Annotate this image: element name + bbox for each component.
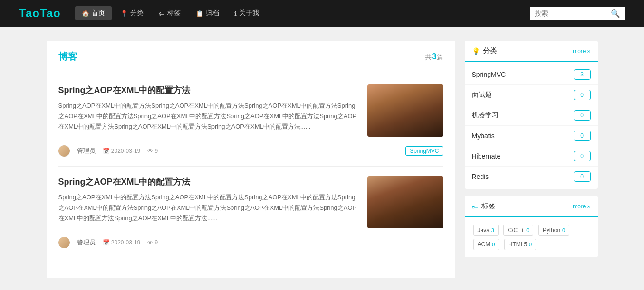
- article-text: Spring之AOP在XML中的配置方法 Spring之AOP在XML中的配置方…: [58, 84, 358, 132]
- home-icon: 🏠: [82, 10, 89, 17]
- article-tag[interactable]: SpringMVC: [405, 146, 443, 156]
- section-title: 博客: [58, 50, 77, 63]
- article-thumbnail[interactable]: [367, 84, 443, 137]
- tag-item[interactable]: Python 0: [538, 225, 569, 236]
- category-header: 💡 分类 more »: [465, 41, 598, 62]
- nav-item-tags[interactable]: 🏷 标签: [152, 6, 187, 20]
- nav-item-home[interactable]: 🏠 首页: [75, 6, 112, 20]
- content-area: 博客 共3篇 Spring之AOP在XML中的配置方法 Spring之AOP在X…: [47, 41, 455, 278]
- tag-name: HTML5: [509, 241, 527, 248]
- article-author: 管理员: [77, 147, 96, 155]
- category-name: 机器学习: [472, 111, 499, 120]
- tag-count: 0: [492, 242, 495, 247]
- tag-card: 🏷 标签 more » Java 3 C/C++ 0 Python 0: [465, 196, 598, 257]
- article-count: 共3篇: [425, 52, 443, 62]
- calendar-icon: 📅: [103, 239, 110, 246]
- archive-icon: 📋: [196, 10, 203, 17]
- tag-name: Java: [478, 227, 490, 234]
- tag-name: ACM: [478, 241, 490, 248]
- eye-icon: 👁: [147, 148, 153, 154]
- tag-title: 🏷 标签: [472, 202, 496, 211]
- category-name: Hibernate: [472, 152, 501, 160]
- article-views: 👁 9: [147, 239, 158, 246]
- tag-count: 3: [491, 227, 494, 233]
- eye-icon: 👁: [147, 239, 153, 246]
- nav-item-about[interactable]: ℹ 关于我: [228, 6, 266, 20]
- nav-label-home: 首页: [92, 9, 105, 18]
- category-item[interactable]: Redis 0: [465, 167, 598, 187]
- category-name: 面试题: [472, 91, 492, 99]
- tag-item[interactable]: C/C++ 0: [503, 225, 533, 236]
- category-badge: 0: [574, 110, 591, 121]
- nav-label-archive: 归档: [206, 9, 219, 18]
- category-name: SpringMVC: [472, 71, 506, 78]
- article-excerpt: Spring之AOP在XML中的配置方法Spring之AOP在XML中的配置方法…: [58, 192, 358, 224]
- article-thumbnail[interactable]: [367, 176, 443, 228]
- category-badge: 0: [574, 171, 591, 182]
- category-name: Mybatis: [472, 132, 495, 140]
- nav-item-archive[interactable]: 📋 归档: [189, 6, 226, 20]
- article-date: 📅 2020-03-19: [103, 148, 141, 154]
- info-icon: ℹ: [234, 10, 237, 17]
- article-title[interactable]: Spring之AOP在XML中的配置方法: [58, 176, 358, 187]
- category-badge: 0: [574, 151, 591, 161]
- article-body: Spring之AOP在XML中的配置方法 Spring之AOP在XML中的配置方…: [58, 176, 443, 228]
- category-item[interactable]: 面试题 0: [465, 85, 598, 105]
- nav-label-about: 关于我: [239, 9, 259, 18]
- category-item[interactable]: Hibernate 0: [465, 146, 598, 167]
- search-input[interactable]: [535, 9, 611, 17]
- category-title: 💡 分类: [472, 47, 497, 56]
- article-text: Spring之AOP在XML中的配置方法 Spring之AOP在XML中的配置方…: [58, 176, 358, 224]
- tag-count: 0: [526, 227, 529, 233]
- category-more[interactable]: more »: [573, 48, 590, 55]
- tag-icon: 🏷: [159, 10, 165, 17]
- category-item[interactable]: 机器学习 0: [465, 105, 598, 126]
- calendar-icon: 📅: [103, 148, 110, 154]
- tag-section-icon: 🏷: [472, 203, 479, 210]
- category-icon: 📍: [120, 10, 128, 17]
- category-name: Redis: [472, 173, 489, 180]
- tag-item[interactable]: ACM 0: [473, 239, 500, 250]
- category-badge: 3: [574, 69, 591, 80]
- tag-count: 0: [562, 227, 565, 233]
- article-meta: 管理员 📅 2020-03-19 👁 9 SpringMVC: [58, 141, 443, 157]
- article-meta: 管理员 📅 2020-03-19 👁 9: [58, 233, 443, 248]
- article-card: Spring之AOP在XML中的配置方法 Spring之AOP在XML中的配置方…: [58, 167, 443, 258]
- avatar: [58, 237, 70, 248]
- search-icon[interactable]: 🔍: [611, 9, 620, 18]
- article-title[interactable]: Spring之AOP在XML中的配置方法: [58, 84, 358, 96]
- category-item[interactable]: Mybatis 0: [465, 126, 598, 146]
- category-badge: 0: [574, 90, 591, 100]
- header: TaoTao 🏠 首页 📍 分类 🏷 标签 📋 归档 ℹ 关于我 🔍: [0, 0, 644, 27]
- tag-item[interactable]: HTML5 0: [504, 239, 536, 250]
- category-list: SpringMVC 3 面试题 0 机器学习 0 Mybatis 0 Hiber…: [465, 62, 598, 189]
- content-header: 博客 共3篇: [58, 50, 443, 65]
- article-author: 管理员: [77, 238, 96, 247]
- article-card: Spring之AOP在XML中的配置方法 Spring之AOP在XML中的配置方…: [58, 75, 443, 167]
- article-body: Spring之AOP在XML中的配置方法 Spring之AOP在XML中的配置方…: [58, 84, 443, 137]
- main-container: 博客 共3篇 Spring之AOP在XML中的配置方法 Spring之AOP在X…: [37, 27, 607, 290]
- article-views: 👁 9: [147, 148, 158, 154]
- tag-name: Python: [543, 227, 560, 234]
- nav-label-tags: 标签: [167, 9, 181, 18]
- article-excerpt: Spring之AOP在XML中的配置方法Spring之AOP在XML中的配置方法…: [58, 101, 358, 132]
- tag-header: 🏷 标签 more »: [465, 196, 598, 217]
- tag-count: 0: [529, 242, 532, 247]
- logo[interactable]: TaoTao: [19, 7, 61, 20]
- nav-label-category: 分类: [130, 9, 144, 18]
- nav-item-category[interactable]: 📍 分类: [114, 6, 150, 20]
- article-date: 📅 2020-03-19: [103, 239, 141, 246]
- category-card: 💡 分类 more » SpringMVC 3 面试题 0 机器学习 0: [465, 41, 598, 189]
- bulb-icon: 💡: [472, 47, 480, 55]
- tag-item[interactable]: Java 3: [473, 225, 499, 236]
- tag-section: Java 3 C/C++ 0 Python 0 ACM 0 HTML5 0: [465, 217, 598, 257]
- search-box[interactable]: 🔍: [530, 7, 625, 20]
- sidebar: 💡 分类 more » SpringMVC 3 面试题 0 机器学习 0: [465, 41, 598, 278]
- tag-name: C/C++: [508, 227, 524, 234]
- avatar: [58, 145, 70, 157]
- category-badge: 0: [574, 131, 591, 141]
- tag-more[interactable]: more »: [573, 203, 590, 210]
- nav: 🏠 首页 📍 分类 🏷 标签 📋 归档 ℹ 关于我: [75, 6, 530, 20]
- category-item[interactable]: SpringMVC 3: [465, 65, 598, 85]
